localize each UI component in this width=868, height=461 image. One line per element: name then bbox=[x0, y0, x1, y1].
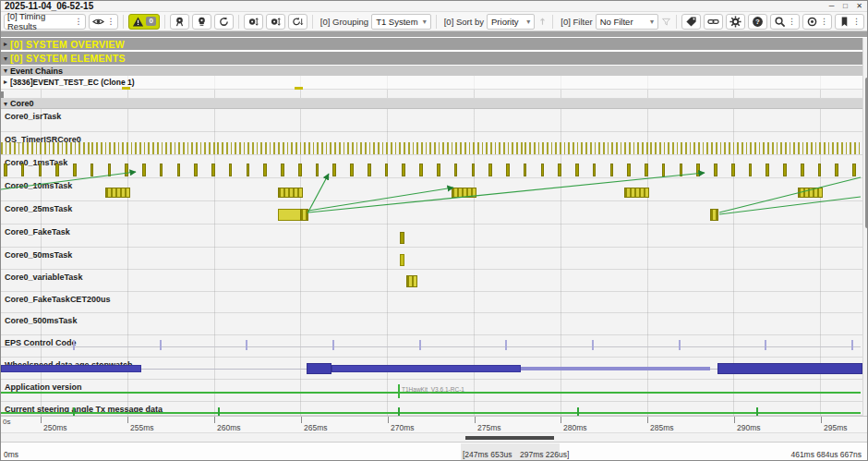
timeline-row-eps-control-code[interactable]: EPS Control Code bbox=[1, 335, 862, 358]
event-chain-mark bbox=[122, 87, 130, 90]
task-instance bbox=[835, 164, 838, 176]
timeline-row-core0-10mstask[interactable]: Core0_10msTask bbox=[1, 178, 862, 201]
collapsed-arrow-icon: ▸ bbox=[1, 40, 10, 48]
axis-tick bbox=[127, 417, 128, 423]
timeline-row-current-steering-angle-tx-message-data[interactable]: Current steering angle Tx message data bbox=[1, 402, 862, 416]
mini-scrollbar[interactable] bbox=[1, 91, 4, 98]
axis-tick-label: 265ms bbox=[304, 423, 328, 432]
axis-tick bbox=[388, 417, 389, 423]
timeline-row-label: Core0_10msTask bbox=[5, 181, 72, 190]
task-instance bbox=[55, 164, 59, 176]
task-instance bbox=[402, 164, 405, 176]
task-instance bbox=[350, 164, 354, 176]
timeline-content: ▸ [0] SYSTEM OVERVIEW ▾ [0] SYSTEM ELEME… bbox=[1, 1, 867, 461]
task-instance bbox=[454, 164, 458, 176]
axis-tick bbox=[647, 417, 648, 423]
timeline-row-os-timerisrcore0[interactable]: OS_TimerISRCore0 bbox=[1, 132, 862, 155]
task-instance bbox=[749, 164, 753, 176]
section-title: Core0 bbox=[10, 99, 34, 108]
event-tick bbox=[419, 340, 421, 350]
horizontal-scrollbar-handle[interactable] bbox=[465, 436, 554, 440]
task-instance bbox=[73, 164, 77, 176]
section-system-elements[interactable]: ▾ [0] SYSTEM ELEMENTS bbox=[1, 52, 862, 65]
timeline-row-core0-variabletask[interactable]: Core0_variableTask bbox=[1, 270, 862, 292]
axis-tick-label: 285ms bbox=[650, 423, 674, 432]
task-instance bbox=[472, 164, 476, 176]
event-tick bbox=[756, 407, 758, 416]
expanded-arrow-icon: ▾ bbox=[1, 55, 10, 63]
axis-tick-label: 280ms bbox=[563, 423, 587, 432]
axis-tick-label: 275ms bbox=[477, 423, 501, 432]
event-tick bbox=[577, 407, 579, 416]
task-instance-group bbox=[452, 188, 476, 198]
axis-tick bbox=[734, 417, 735, 423]
task-instance bbox=[575, 164, 579, 176]
vertical-scrollbar-handle[interactable] bbox=[865, 78, 868, 228]
task-instance-group bbox=[278, 188, 303, 198]
section-event-chains[interactable]: ▾ Event Chains bbox=[1, 66, 862, 76]
timeline-row-wheelspeed-data-age-stopwatch[interactable]: Wheelspeed data age stopwatch bbox=[1, 358, 862, 380]
preemption-stripes bbox=[300, 209, 308, 221]
task-instance bbox=[714, 164, 717, 176]
section-core0[interactable]: ▾ Core0 bbox=[1, 99, 862, 109]
task-instance bbox=[21, 164, 25, 176]
task-instance bbox=[125, 164, 128, 176]
event-tick bbox=[332, 340, 334, 350]
task-instance bbox=[696, 164, 700, 176]
timeline-row-application-version[interactable]: Application versionT1HawKit_V3.6.1-RC-1 bbox=[1, 380, 862, 402]
task-instance bbox=[400, 232, 404, 244]
timeline-row-label: Core0_isrTask bbox=[5, 112, 61, 121]
timeline-row-core0-50mstask[interactable]: Core0_50msTask bbox=[1, 248, 862, 270]
timeline-row-core0-isrtask[interactable]: Core0_isrTask bbox=[1, 109, 862, 132]
axis-tick bbox=[561, 417, 561, 423]
event-tick bbox=[218, 407, 220, 416]
timeline-row-label: Application version bbox=[5, 382, 82, 392]
axis-tick-label: 290ms bbox=[737, 423, 761, 432]
axis-tick-label: 255ms bbox=[130, 423, 154, 432]
task-instance bbox=[627, 164, 631, 176]
task-instance bbox=[142, 164, 146, 176]
timeline-row-core0-faketaskcet200us[interactable]: Core0_FakeTaskCET200us bbox=[1, 292, 862, 313]
task-instance bbox=[818, 164, 822, 176]
task-instance bbox=[229, 164, 233, 176]
timeline-row-label: Core0_FakeTask bbox=[5, 227, 70, 237]
task-instance bbox=[316, 164, 319, 176]
timeline-row-core0-faketask[interactable]: Core0_FakeTask bbox=[1, 224, 862, 248]
task-instance bbox=[263, 164, 267, 176]
baseline bbox=[1, 346, 861, 347]
axis-tick bbox=[214, 417, 215, 423]
event-tick bbox=[505, 340, 507, 350]
task-instance bbox=[801, 164, 804, 176]
task-instance bbox=[385, 164, 389, 176]
timeline-row-core0-1mstask[interactable]: Core0_1msTask bbox=[1, 155, 862, 178]
timeline-row-label: Core0_500msTask bbox=[5, 316, 77, 325]
task-instance bbox=[281, 164, 284, 176]
event-tick bbox=[398, 407, 400, 416]
timeline-row-core0-500mstask[interactable]: Core0_500msTask bbox=[1, 313, 862, 335]
task-instance bbox=[437, 164, 440, 176]
section-system-overview[interactable]: ▸ [0] SYSTEM OVERVIEW bbox=[1, 38, 862, 50]
axis-tick-label: 270ms bbox=[391, 423, 415, 432]
task-instance bbox=[298, 164, 302, 176]
timeline-row-label: Core0_FakeTaskCET200us bbox=[5, 295, 110, 304]
vertical-scrollbar[interactable] bbox=[862, 38, 868, 416]
time-axis: 0s 250ms255ms260ms265ms270ms275ms280ms28… bbox=[1, 416, 867, 432]
collapsed-arrow-icon: ▸ bbox=[1, 76, 10, 86]
task-instance-group bbox=[798, 188, 823, 198]
empty-row bbox=[1, 90, 862, 99]
task-instance bbox=[368, 164, 371, 176]
timeline-row-core0-25mstask[interactable]: Core0_25msTask bbox=[1, 201, 862, 224]
task-instance bbox=[307, 363, 332, 374]
app-window: 2025-11-04_06-52-15 ─ □ ✕ [0] Timing Res… bbox=[0, 0, 868, 461]
event-tick bbox=[246, 340, 247, 350]
task-instance bbox=[39, 164, 42, 176]
axis-tick bbox=[475, 417, 476, 423]
task-instance-group bbox=[105, 188, 130, 198]
task-instance bbox=[710, 209, 718, 221]
task-instance bbox=[406, 275, 417, 287]
task-instance bbox=[247, 164, 250, 176]
axis-tick-label: 250ms bbox=[43, 423, 67, 432]
horizontal-scrollbar[interactable] bbox=[1, 432, 867, 442]
task-instance bbox=[90, 164, 94, 176]
task-instance bbox=[211, 164, 215, 176]
